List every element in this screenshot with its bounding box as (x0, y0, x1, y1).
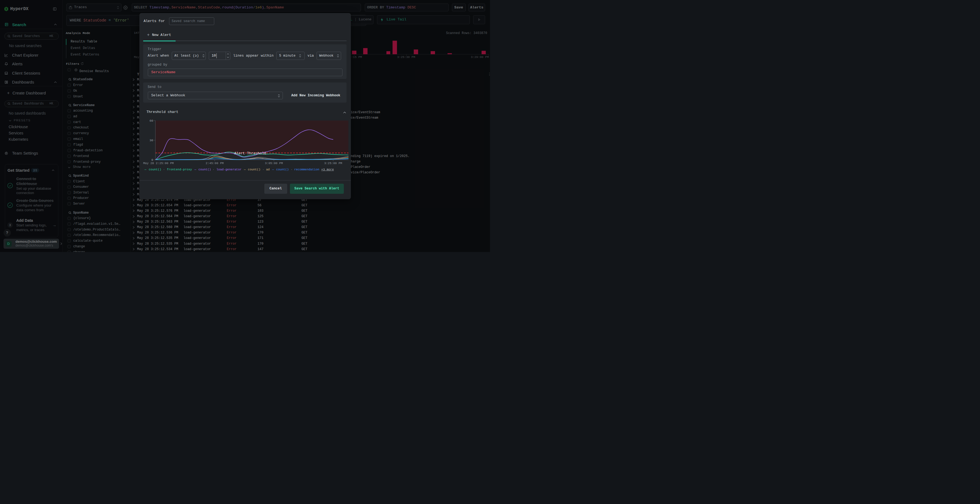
svg-text:May 28 2:25:00 PM: May 28 2:25:00 PM (143, 162, 174, 165)
svg-text:3:05:00 PM: 3:05:00 PM (265, 162, 283, 165)
svg-text:2:45:00 PM: 2:45:00 PM (206, 162, 224, 165)
svg-text:60: 60 (150, 119, 153, 122)
svg-text:3:25:00 PM: 3:25:00 PM (324, 162, 342, 165)
svg-text:Alert Threshold: Alert Threshold (234, 151, 266, 156)
svg-text:30: 30 (150, 138, 153, 142)
svg-text:0: 0 (151, 158, 153, 162)
